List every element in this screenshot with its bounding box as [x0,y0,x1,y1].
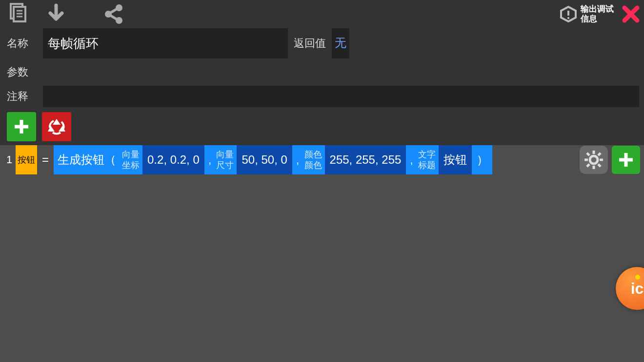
svg-line-22 [587,153,589,155]
expression[interactable]: 生成按钮（ 向量 坐标 0.2, 0.2, 0 , 向量 尺寸 50, 50, … [54,145,492,174]
gear-icon [584,150,604,170]
params-label: 参数 [5,65,43,79]
bubble-text: ic [631,280,644,298]
alert-icon [560,6,577,22]
param-value[interactable]: 0.2, 0.2, 0 [142,145,204,174]
equals-sign: = [37,153,54,167]
svg-point-12 [567,17,569,19]
recycle-button[interactable] [42,112,71,141]
line-number: 1 [4,153,15,166]
add-line-button[interactable] [612,146,640,174]
svg-line-8 [110,9,117,13]
function-name[interactable]: 生成按钮（ [54,145,120,174]
name-label: 名称 [5,36,43,51]
copy-icon[interactable] [4,0,32,28]
close-icon[interactable] [622,5,640,23]
param-value[interactable]: 50, 50, 0 [237,145,292,174]
comma: , [407,153,416,167]
debug-label-2: 信息 [581,14,614,24]
param-value[interactable]: 255, 255, 255 [325,145,406,174]
svg-point-17 [590,156,598,164]
output-debug-button[interactable]: 输出调试 信息 [560,4,618,24]
svg-line-24 [598,153,601,155]
add-button[interactable] [7,112,36,141]
plus-icon [617,151,635,169]
debug-label-1: 输出调试 [581,4,614,14]
param-label: 颜色 颜色 [302,145,324,174]
svg-line-25 [587,164,589,167]
return-value-select[interactable]: 无 [332,28,349,58]
param-value[interactable]: 按钮 [439,145,472,174]
svg-line-9 [110,15,117,19]
download-icon[interactable] [42,0,70,28]
comment-label: 注释 [5,89,43,104]
variable-chip[interactable]: 按钮 [16,145,37,174]
comma: , [205,153,215,167]
name-input[interactable] [43,28,288,58]
share-icon[interactable] [100,0,128,28]
comment-input[interactable] [43,86,639,107]
param-label: 文字 标题 [416,145,438,174]
svg-line-23 [598,164,601,167]
param-label: 向量 尺寸 [214,145,236,174]
comma: , [293,153,302,167]
return-label: 返回值 [288,36,332,51]
code-line[interactable]: 1 按钮 = 生成按钮（ 向量 坐标 0.2, 0.2, 0 , 向量 尺寸 5… [0,145,644,174]
line-settings-button[interactable] [580,146,608,174]
close-paren: ） [473,145,492,174]
param-label: 向量 坐标 [120,145,141,174]
